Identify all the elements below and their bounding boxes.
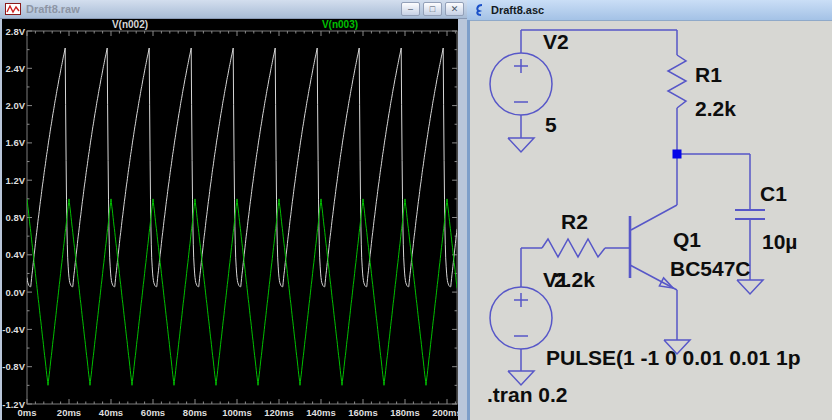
x-axis-label: 100ms [222,407,252,418]
waveform-window: Draft8.raw – □ ✕ 0ms20ms40ms60ms80ms100m… [0,0,467,420]
trace-V(n002)[interactable] [27,48,457,287]
label-q1-name[interactable]: Q1 [673,228,701,251]
resistor-r1[interactable] [668,55,686,108]
plus-minus-icon [514,293,528,336]
x-axis-label: 140ms [306,407,336,418]
x-axis-label: 60ms [141,407,165,418]
y-axis-label: 2.8V [5,26,25,37]
schematic-canvas[interactable]: V2 5 R1 2.2k C1 10µ Q1 BC547C R2 V1 2.2k… [467,20,832,420]
x-axis-label: 120ms [264,407,294,418]
schematic-window-titlebar[interactable]: Draft8.asc [467,0,832,21]
label-r2-value[interactable]: 2.2k [554,268,595,291]
label-r2-name[interactable]: R2 [561,210,588,233]
y-axis-label: 1.6V [5,137,25,148]
waveform-window-titlebar[interactable]: Draft8.raw – □ ✕ [0,0,467,19]
waveform-plot-area[interactable]: 0ms20ms40ms60ms80ms100ms120ms140ms160ms1… [2,19,458,420]
label-spice-directive[interactable]: .tran 0.2 [487,383,568,406]
y-axis-label: -1.2V [2,399,25,410]
x-axis-label: 80ms [183,407,207,418]
voltage-source-v2[interactable] [490,53,552,115]
ground-icon-c1[interactable] [737,280,763,294]
minimize-button[interactable]: – [401,2,420,16]
ltspice-app-icon [473,3,487,17]
legend-V(n002)[interactable]: V(n002) [112,19,148,30]
x-axis-label: 40ms [99,407,123,418]
label-v2-value[interactable]: 5 [545,113,557,136]
x-axis-label: 20ms [57,407,81,418]
node-junction[interactable] [673,150,682,159]
resistor-r2[interactable] [542,239,605,257]
desktop: { "windows": { "plot": { "title": "Draft… [0,0,832,420]
waveform-plot-canvas[interactable]: 0ms20ms40ms60ms80ms100ms120ms140ms160ms1… [2,19,458,420]
legend-V(n003)[interactable]: V(n003) [322,19,358,30]
waveform-window-title: Draft8.raw [26,3,80,15]
plus-minus-icon [514,59,528,102]
y-axis-label: 1.2V [5,175,25,186]
schematic-window: Draft8.asc [467,0,832,420]
label-r1-value[interactable]: 2.2k [695,97,736,120]
waveform-file-icon [5,3,21,15]
label-v2-name[interactable]: V2 [543,30,569,53]
y-axis-label: 2.0V [5,100,25,111]
y-axis-label: 0.4V [5,249,25,260]
x-axis-label: 160ms [348,407,378,418]
x-axis-label: 180ms [390,407,420,418]
label-c1-value[interactable]: 10µ [762,230,797,253]
window-left-border [467,20,470,420]
trace-V(n003)[interactable] [27,199,457,385]
y-axis-label: -0.4V [2,324,25,335]
ground-icon-v2[interactable] [508,138,534,152]
label-q1-value[interactable]: BC547C [670,257,751,280]
label-r1-name[interactable]: R1 [695,63,722,86]
close-button[interactable]: ✕ [445,2,464,16]
maximize-button[interactable]: □ [423,2,442,16]
y-axis-label: 0.8V [5,212,25,223]
y-axis-label: -0.8V [2,361,25,372]
label-c1-name[interactable]: C1 [760,182,787,205]
y-axis-label: 2.4V [5,63,25,74]
label-v1-value[interactable]: PULSE(1 -1 0 0.01 0.01 1p [546,346,800,369]
capacitor-c1[interactable] [735,210,765,219]
x-axis-label: 200ms [432,407,458,418]
voltage-source-v1[interactable] [490,287,552,349]
plot-border [27,31,457,404]
schematic-window-title: Draft8.asc [491,4,544,16]
y-axis-label: 0.0V [5,287,25,298]
